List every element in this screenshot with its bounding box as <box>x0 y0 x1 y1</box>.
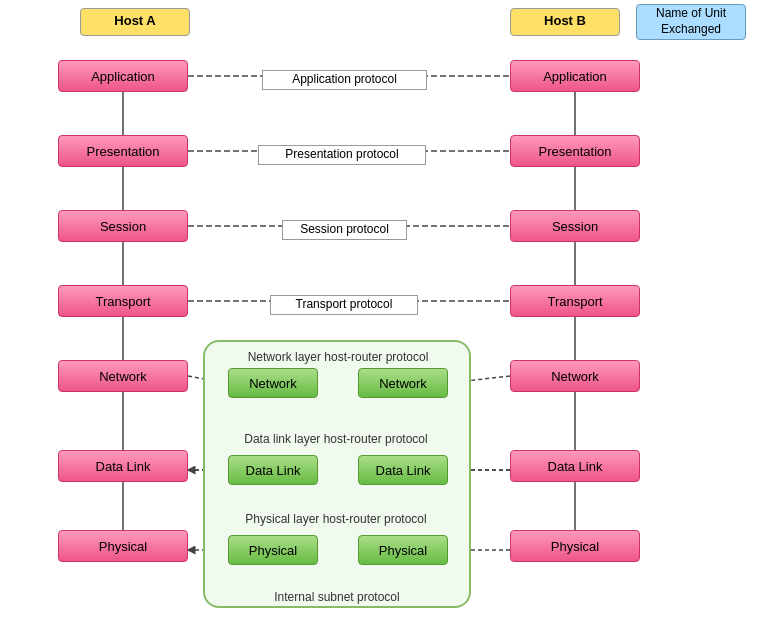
trans-b: Transport <box>510 285 640 317</box>
diagram: Host A Host B Name of UnitExchanged Appl… <box>0 0 761 622</box>
host-a-label: Host A <box>80 8 190 36</box>
router-net-2: Network <box>358 368 448 398</box>
net-b: Network <box>510 360 640 392</box>
subnet-proto-label: Internal subnet protocol <box>230 590 444 604</box>
trans-protocol-label: Transport protocol <box>270 295 418 315</box>
host-b-label: Host B <box>510 8 620 36</box>
net-proto-label: Network layer host-router protocol <box>210 350 466 364</box>
app-protocol-label: Application protocol <box>262 70 427 90</box>
sess-a: Session <box>58 210 188 242</box>
dl-proto-label: Data link layer host-router protocol <box>200 432 472 446</box>
net-a: Network <box>58 360 188 392</box>
dl-a: Data Link <box>58 450 188 482</box>
app-a: Application <box>58 60 188 92</box>
unit-exchanged-box: Name of UnitExchanged <box>636 4 746 40</box>
dl-b: Data Link <box>510 450 640 482</box>
phy-b: Physical <box>510 530 640 562</box>
pres-b: Presentation <box>510 135 640 167</box>
phy-proto-label: Physical layer host-router protocol <box>200 512 472 526</box>
app-b: Application <box>510 60 640 92</box>
router-phy-1: Physical <box>228 535 318 565</box>
pres-protocol-label: Presentation protocol <box>258 145 426 165</box>
router-phy-2: Physical <box>358 535 448 565</box>
router-net-1: Network <box>228 368 318 398</box>
pres-a: Presentation <box>58 135 188 167</box>
sess-protocol-label: Session protocol <box>282 220 407 240</box>
trans-a: Transport <box>58 285 188 317</box>
router-dl-2: Data Link <box>358 455 448 485</box>
phy-a: Physical <box>58 530 188 562</box>
router-dl-1: Data Link <box>228 455 318 485</box>
sess-b: Session <box>510 210 640 242</box>
